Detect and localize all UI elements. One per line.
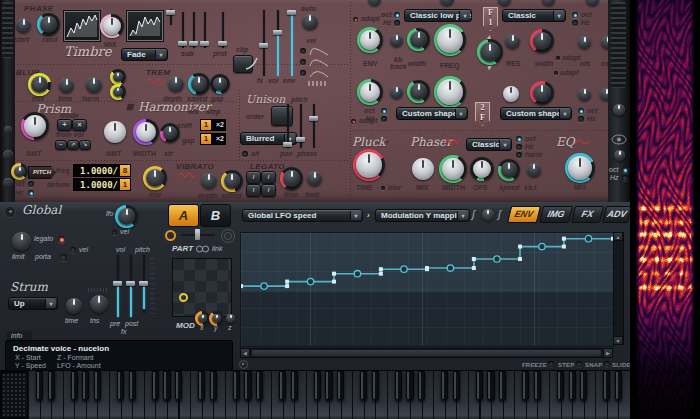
global-fx-slider[interactable] [139, 255, 148, 313]
filter-top-knob-5[interactable] [586, 0, 599, 6]
xy-pad[interactable] [172, 258, 232, 317]
f2-freq-knob[interactable] [437, 79, 463, 105]
auto-knob[interactable] [302, 14, 318, 30]
scroll-up-arrow[interactable]: ▲ [613, 232, 623, 241]
env-target-dropdown[interactable]: Global LFO speed [242, 209, 363, 222]
piano-keyboard[interactable] [28, 371, 630, 419]
piano-key-black[interactable] [418, 371, 425, 400]
trem-gap-knob[interactable] [213, 77, 227, 91]
tab-img[interactable]: IMG [539, 206, 573, 223]
phaser-oct-radio[interactable] [516, 136, 522, 142]
prism-flat-button[interactable]: ‒ [55, 140, 67, 150]
step-radio[interactable] [576, 361, 582, 367]
blur-aux-knob-2[interactable] [113, 87, 123, 97]
piano-key-black[interactable] [117, 371, 124, 400]
legato-mode-button-2[interactable]: / [261, 171, 276, 184]
sub-slider-3[interactable] [200, 12, 209, 48]
piano-key-black[interactable] [129, 371, 136, 400]
timbre-wave-display-1[interactable] [64, 11, 100, 41]
piano-key-black[interactable] [476, 371, 483, 400]
f1-width-knob[interactable] [410, 31, 427, 48]
piano-key-black[interactable] [395, 371, 402, 400]
f2-width2-knob[interactable] [533, 84, 551, 102]
piano-key-black[interactable] [569, 371, 576, 400]
adapt-dot-1[interactable] [556, 56, 560, 60]
f1-mode-dropdown[interactable]: Classic [502, 9, 566, 22]
env-bars-icon[interactable] [308, 81, 328, 86]
prism-multiply-button[interactable]: × [72, 119, 87, 131]
piano-key-black[interactable] [314, 371, 321, 400]
lfo-knob[interactable] [118, 208, 135, 225]
f1-hz-radio-right[interactable] [572, 20, 578, 26]
filter-top-knob-1[interactable] [368, 0, 381, 6]
piano-key-black[interactable] [603, 371, 610, 400]
harmonizer-gap-value[interactable]: 1×2 [200, 133, 226, 145]
piano-key-black[interactable] [279, 371, 286, 400]
timbre-wave-display-2[interactable] [127, 11, 163, 41]
f2-ofs-knob[interactable] [578, 88, 591, 101]
part-b-tab[interactable]: B [200, 204, 231, 227]
sub-slider-1[interactable] [178, 12, 187, 48]
lfo-vel-radio[interactable] [112, 230, 117, 235]
f2-hz-radio[interactable] [381, 116, 387, 122]
mod-x-knob[interactable] [198, 314, 207, 323]
phaser-ofs-knob[interactable] [473, 160, 491, 178]
harmonizer-str-knob[interactable] [163, 126, 177, 140]
piano-key-black[interactable] [163, 371, 170, 400]
f2-hz-radio-right[interactable] [578, 116, 584, 122]
f1-hz-radio[interactable] [394, 20, 400, 26]
piano-key-black[interactable] [534, 371, 541, 400]
scroll-left-arrow[interactable]: ◀ [240, 348, 250, 358]
scroll-right-arrow[interactable]: ▶ [603, 348, 613, 358]
pitch-detune-value[interactable]: 1.0000/1 [73, 178, 131, 191]
env-shape-icon-3[interactable] [309, 68, 329, 78]
global-legato-radio[interactable] [58, 236, 65, 243]
legato-mode-button-1[interactable]: / [246, 171, 261, 184]
global-vol-slider[interactable] [113, 255, 122, 317]
phaser-kbt-knob[interactable] [527, 163, 541, 177]
piano-key-black[interactable] [48, 371, 55, 400]
env-slider[interactable] [287, 10, 296, 76]
f2-oct-radio-right[interactable] [578, 108, 584, 114]
piano-key-black[interactable] [522, 371, 529, 400]
f1-freq-knob[interactable] [437, 27, 463, 53]
mod-z-knob[interactable] [226, 314, 235, 323]
legato-time-knob[interactable] [283, 170, 300, 187]
piano-key-black[interactable] [557, 371, 564, 400]
curve-icon-right[interactable]: ʃ [498, 209, 501, 220]
piano-key-black[interactable] [210, 371, 217, 400]
env-shape-radio-2[interactable] [300, 59, 306, 65]
phaser-mode-dropdown[interactable]: Classic [466, 138, 512, 151]
f1-oct-radio-right[interactable] [572, 12, 578, 18]
phaser-speed-knob[interactable] [501, 162, 517, 178]
f1-env-knob[interactable] [360, 30, 380, 50]
strum-time-knob[interactable] [66, 298, 82, 314]
prism-rise-button[interactable]: ↗ [67, 140, 79, 150]
pitch-hz-radio[interactable] [28, 190, 34, 196]
clip-button[interactable] [233, 55, 253, 73]
pitch-oct-radio[interactable] [28, 181, 34, 187]
pitch-freq-value[interactable]: 1.0000/8 [73, 164, 131, 177]
vol-slider[interactable] [273, 10, 282, 76]
hscroll-thumb[interactable] [252, 350, 601, 356]
curve-icon-left[interactable]: ʃ [472, 209, 475, 220]
f1-oct-radio[interactable] [394, 12, 400, 18]
rail-hz-radio[interactable] [622, 175, 628, 181]
tab-env[interactable]: ENV [507, 206, 541, 223]
trem-speed-knob[interactable] [191, 76, 207, 92]
piano-key-black[interactable] [360, 371, 367, 400]
prism-amt-knob[interactable] [24, 115, 46, 137]
piano-key-black[interactable] [175, 371, 182, 400]
piano-key-black[interactable] [325, 371, 332, 400]
phaser-hz-radio[interactable] [516, 144, 522, 150]
mod-y-knob[interactable] [212, 314, 221, 323]
piano-key-black[interactable] [233, 371, 240, 400]
snap-radio[interactable] [604, 361, 610, 367]
part-power-icon[interactable] [165, 230, 176, 241]
phaser-mix-knob[interactable] [412, 158, 434, 180]
f1-width2-knob[interactable] [533, 32, 551, 50]
piano-key-black[interactable] [244, 371, 251, 400]
piano-key-black[interactable] [580, 371, 587, 400]
harmonizer-amt-knob[interactable] [104, 121, 126, 143]
part-morph-handle[interactable] [195, 229, 200, 240]
